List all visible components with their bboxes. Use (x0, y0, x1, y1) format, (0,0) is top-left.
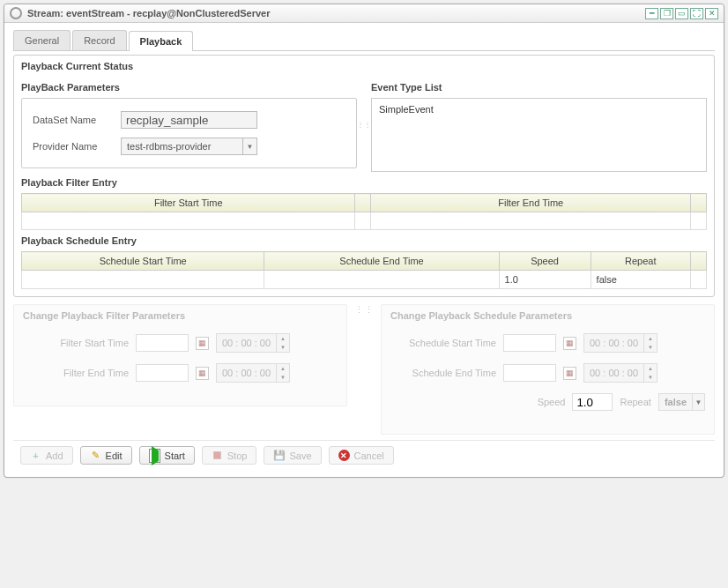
calendar-icon[interactable]: ▦ (196, 367, 209, 380)
event-type-list-title: Event Type List (371, 82, 707, 93)
pencil-icon: ✎ (90, 450, 101, 461)
stop-icon (212, 450, 223, 461)
schedule-start-time-label: Schedule Start Time (390, 338, 496, 348)
table-row[interactable] (22, 212, 707, 230)
status-title: Playback Current Status (21, 61, 707, 71)
filter-end-date-input[interactable] (136, 364, 189, 382)
playback-params-title: PlayBack Parameters (21, 82, 357, 93)
stop-button: Stop (202, 446, 257, 465)
schedule-header-spacer (691, 252, 707, 271)
schedule-speed-cell: 1.0 (499, 271, 591, 289)
spinner-up-icon[interactable]: ▲ (644, 364, 657, 373)
filter-entry-table: Filter Start Time Filter End Time (21, 193, 707, 230)
schedule-repeat-header[interactable]: Repeat (591, 252, 690, 271)
tab-record[interactable]: Record (72, 30, 126, 50)
calendar-icon[interactable]: ▦ (563, 337, 576, 350)
provider-dropdown[interactable]: test-rdbms-provider ▼ (121, 138, 257, 155)
change-filter-title: Change Playback Filter Parameters (23, 310, 338, 321)
change-schedule-title: Change Playback Schedule Parameters (390, 310, 705, 321)
schedule-end-cell (264, 271, 499, 289)
minimize-button[interactable]: ━ (645, 8, 658, 19)
schedule-end-time-spinner[interactable]: 00 : 00 : 00 ▲▼ (583, 363, 657, 383)
spinner-down-icon[interactable]: ▼ (277, 343, 289, 352)
spinner-up-icon[interactable]: ▲ (644, 334, 657, 343)
start-button[interactable]: Start (139, 446, 195, 465)
window-controls: ━ ❐ ▭ ⛶ ✕ (645, 8, 718, 19)
window-title: Stream: eventStream - recplay@NonCluster… (27, 8, 270, 19)
schedule-end-header[interactable]: Schedule End Time (264, 252, 499, 271)
stream-icon (10, 7, 22, 19)
restore-button[interactable]: ❐ (660, 8, 673, 19)
filter-entry-title: Playback Filter Entry (21, 177, 707, 188)
schedule-end-time-label: Schedule End Time (390, 368, 496, 378)
schedule-start-time-spinner[interactable]: 00 : 00 : 00 ▲▼ (583, 333, 657, 353)
speed-label: Speed (538, 397, 566, 407)
spinner-up-icon[interactable]: ▲ (277, 364, 289, 373)
chevron-down-icon: ▼ (242, 138, 256, 154)
filter-end-header[interactable]: Filter End Time (371, 194, 691, 212)
tab-bar: General Record Playback (13, 30, 715, 51)
schedule-entry-table: Schedule Start Time Schedule End Time Sp… (21, 251, 707, 289)
spinner-down-icon[interactable]: ▼ (644, 373, 657, 382)
splitter-handle[interactable]: ⋮⋮ (362, 77, 366, 172)
calendar-icon[interactable]: ▦ (196, 337, 209, 350)
schedule-start-header[interactable]: Schedule Start Time (22, 252, 264, 271)
change-filter-panel: Change Playback Filter Parameters Filter… (13, 304, 347, 406)
filter-end-time-label: Filter End Time (23, 368, 129, 378)
filter-start-time-label: Filter Start Time (23, 338, 129, 348)
save-button: 💾 Save (264, 446, 321, 465)
chevron-down-icon: ▼ (692, 394, 704, 410)
provider-name-label: Provider Name (33, 141, 121, 152)
schedule-start-date-input[interactable] (503, 334, 556, 352)
play-icon (149, 450, 160, 461)
schedule-repeat-cell: false (591, 271, 690, 289)
filter-start-time-spinner[interactable]: 00 : 00 : 00 ▲▼ (216, 333, 290, 353)
maximize-button[interactable]: ⛶ (690, 8, 703, 19)
filter-start-header[interactable]: Filter Start Time (22, 194, 355, 212)
event-type-listbox[interactable]: SimpleEvent (371, 98, 707, 172)
params-splitter-handle[interactable]: ⋮⋮ (361, 304, 367, 316)
event-type-item[interactable]: SimpleEvent (379, 104, 699, 115)
save-icon: 💾 (273, 450, 285, 461)
tab-playback[interactable]: Playback (129, 31, 194, 51)
schedule-speed-header[interactable]: Speed (499, 252, 591, 271)
filter-header-spacer1 (355, 194, 371, 212)
schedule-end-date-input[interactable] (503, 364, 556, 382)
spinner-down-icon[interactable]: ▼ (644, 343, 657, 352)
filter-end-time-spinner[interactable]: 00 : 00 : 00 ▲▼ (216, 363, 290, 383)
dataset-name-label: DataSet Name (33, 115, 121, 125)
schedule-entry-title: Playback Schedule Entry (21, 235, 707, 246)
close-button[interactable]: ✕ (705, 8, 718, 19)
tab-general[interactable]: General (13, 30, 71, 50)
provider-value: test-rdbms-provider (122, 141, 242, 152)
plus-icon: + (30, 450, 41, 461)
stream-window: Stream: eventStream - recplay@NonCluster… (4, 4, 724, 478)
edit-button[interactable]: ✎ Edit (80, 446, 132, 465)
action-toolbar: + Add ✎ Edit Start Stop 💾 Save ✕ Cancel (13, 440, 715, 470)
spinner-up-icon[interactable]: ▲ (277, 334, 289, 343)
filter-header-spacer2 (691, 194, 707, 212)
cancel-icon: ✕ (338, 450, 350, 461)
spinner-down-icon[interactable]: ▼ (277, 373, 289, 382)
speed-input[interactable] (572, 393, 613, 411)
repeat-dropdown[interactable]: false ▼ (658, 393, 705, 411)
change-schedule-panel: Change Playback Schedule Parameters Sche… (381, 304, 715, 435)
filter-start-date-input[interactable] (136, 334, 189, 352)
titlebar: Stream: eventStream - recplay@NonCluster… (4, 4, 724, 23)
calendar-icon[interactable]: ▦ (563, 367, 576, 380)
status-panel: Playback Current Status PlayBack Paramet… (13, 55, 715, 297)
playback-params-panel: DataSet Name Provider Name test-rdbms-pr… (21, 98, 357, 168)
add-button: + Add (20, 446, 73, 465)
repeat-label: Repeat (620, 397, 650, 407)
dataset-name-input[interactable] (121, 111, 257, 129)
schedule-start-cell (22, 271, 264, 289)
cancel-button: ✕ Cancel (329, 446, 394, 465)
collapse-button[interactable]: ▭ (675, 8, 688, 19)
table-row[interactable]: 1.0 false (22, 271, 707, 289)
